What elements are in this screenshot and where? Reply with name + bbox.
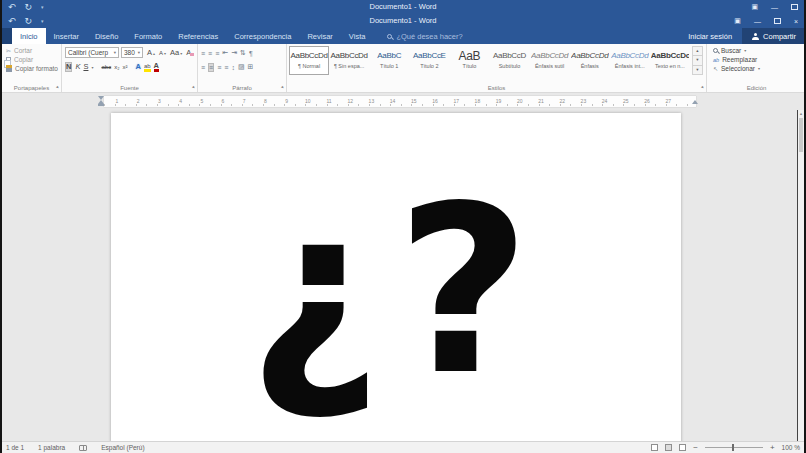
style-item[interactable]: AaBbCcDdÉnfasis [570, 46, 610, 75]
language-indicator[interactable]: Español (Perú) [101, 444, 144, 451]
indent-marker-right[interactable] [692, 100, 698, 104]
align-center-icon[interactable]: ≡ [208, 63, 214, 72]
gallery-down-icon[interactable]: ▾ [692, 56, 703, 65]
ruler-number: 6 [217, 96, 229, 107]
font-size-combo[interactable]: 380 ▾ [121, 47, 143, 58]
gallery-more-icon[interactable]: ▾ [692, 66, 703, 75]
replace-button[interactable]: ab Reemplazar [713, 56, 757, 63]
tab-inicio[interactable]: Inicio [12, 28, 46, 44]
underline-button[interactable]: S [83, 63, 88, 71]
bold-button[interactable]: N [65, 62, 72, 72]
style-name: Subtítulo [490, 63, 528, 69]
indent-marker-left[interactable] [98, 96, 104, 106]
web-layout-icon[interactable] [679, 444, 686, 451]
read-mode-icon[interactable] [651, 444, 658, 451]
line-spacing-icon[interactable]: ↕ [231, 64, 235, 71]
borders-icon[interactable]: ⊞ [248, 63, 254, 71]
style-item[interactable]: AaBbCcDd¶ Sin espa... [329, 46, 369, 75]
zoom-level[interactable]: 100 % [782, 444, 800, 451]
shading-icon[interactable]: ▨ [238, 63, 245, 71]
vertical-scrollbar[interactable]: ▲ [797, 110, 804, 441]
style-name: Texto en n... [651, 63, 689, 69]
copy-button[interactable]: Copiar [6, 56, 33, 63]
ruler-number: 11 [323, 96, 335, 107]
tab-formato[interactable]: Formato [126, 28, 170, 44]
chevron-down-icon[interactable]: ▾ [91, 65, 93, 70]
style-item[interactable]: AaBbCcDdÉnfasis sutil [530, 46, 570, 75]
style-item[interactable]: AaBbCcDdÉnfasis int... [610, 46, 650, 75]
tell-me-label: ¿Qué desea hacer? [396, 32, 462, 41]
zoom-in-button[interactable]: + [770, 444, 775, 452]
numbering-icon[interactable]: ≡ [208, 50, 212, 57]
minimize-icon[interactable]: — [754, 18, 761, 25]
style-item[interactable]: AaBbCTítulo 1 [369, 46, 409, 75]
tab-correspondencia[interactable]: Correspondencia [226, 28, 299, 44]
window-title: Documento1 - Word [0, 14, 806, 28]
font-color-button[interactable]: A [154, 62, 159, 73]
proofing-status[interactable] [79, 445, 87, 451]
scrollbar-thumb[interactable] [799, 118, 803, 152]
strikethrough-button[interactable]: abc [101, 64, 111, 70]
ruler-number: 18 [471, 96, 483, 107]
gallery-up-icon[interactable]: ▴ [692, 46, 703, 56]
justify-icon[interactable]: ≡ [224, 64, 228, 71]
restore-icon[interactable] [791, 4, 798, 10]
format-painter-button[interactable]: Copiar formato [6, 65, 58, 72]
print-layout-icon[interactable] [665, 444, 672, 451]
sign-in-button[interactable]: Iniciar sesión [678, 28, 742, 44]
style-item[interactable]: AaBTítulo [449, 46, 489, 75]
align-left-icon[interactable]: ≡ [201, 64, 205, 71]
restore-icon[interactable] [774, 18, 781, 24]
decrease-indent-icon[interactable]: ⇤ [222, 49, 228, 57]
tab-diseño[interactable]: Diseño [87, 28, 126, 44]
tab-revisar[interactable]: Revisar [299, 28, 340, 44]
page-count[interactable]: 1 de 1 [6, 444, 24, 451]
grow-font-button[interactable]: A▴ [147, 49, 155, 57]
style-item[interactable]: AaBbCcDd¶ Normal [289, 46, 329, 75]
style-item[interactable]: AaBbCcETítulo 2 [409, 46, 449, 75]
find-button[interactable]: Buscar ▾ [713, 47, 746, 54]
multilevel-list-icon[interactable]: ≡ [215, 50, 219, 57]
style-item[interactable]: AaBbCcDSubtítulo [489, 46, 529, 75]
show-paragraph-marks-icon[interactable]: ¶ [249, 50, 253, 57]
increase-indent-icon[interactable]: ⇥ [231, 49, 237, 57]
word-count[interactable]: 1 palabra [38, 444, 65, 451]
ribbon-tab-row: InicioInsertarDiseñoFormatoReferenciasCo… [0, 28, 806, 44]
style-item[interactable]: AaBbCcDcTexto en n... [650, 46, 690, 75]
clear-formatting-button[interactable]: A [186, 49, 191, 57]
italic-button[interactable]: K [75, 63, 80, 71]
superscript-button[interactable]: x² [123, 64, 128, 70]
document-page[interactable]: ¿? [111, 113, 681, 441]
tab-referencias[interactable]: Referencias [170, 28, 226, 44]
zoom-slider-thumb[interactable] [732, 444, 734, 451]
document-text[interactable]: ¿? [111, 175, 681, 407]
close-icon[interactable]: × [794, 18, 798, 25]
bullets-icon[interactable]: ≡ [201, 50, 205, 57]
horizontal-ruler[interactable]: 1234567891011121314151617181920212223242… [104, 96, 696, 107]
ruler-number: 17 [450, 96, 462, 107]
ribbon-display-options-icon[interactable]: ▣ [734, 17, 741, 25]
select-button[interactable]: ↖ Seleccionar ▾ [713, 65, 760, 72]
minimize-icon[interactable]: — [771, 4, 778, 11]
shrink-font-button[interactable]: A▾ [159, 50, 166, 56]
ruler-number: 26 [641, 96, 653, 107]
cut-button[interactable]: ✂ Cortar [6, 47, 32, 54]
text-effects-button[interactable]: A [136, 63, 141, 71]
change-case-button[interactable]: Aa▾ [170, 49, 182, 57]
font-name-combo[interactable]: Calibri (Cuerp ▾ [65, 47, 119, 58]
sort-icon[interactable]: ⇅ [240, 49, 246, 57]
ruler-number: 4 [175, 96, 187, 107]
highlight-color-button[interactable]: ab [144, 63, 151, 72]
group-editing: Buscar ▾ ab Reemplazar ↖ Seleccionar ▾ E… [707, 44, 806, 92]
tell-me-search[interactable]: ¿Qué desea hacer? [387, 28, 462, 44]
ribbon-display-options-icon[interactable]: ▣ [751, 3, 758, 11]
screen-edge-left [0, 0, 2, 453]
subscript-button[interactable]: x₂ [114, 64, 119, 70]
zoom-slider[interactable] [705, 447, 763, 448]
zoom-out-button[interactable]: − [693, 444, 698, 452]
scissors-icon: ✂ [6, 47, 11, 54]
tab-vista[interactable]: Vista [341, 28, 374, 44]
align-right-icon[interactable]: ≡ [217, 64, 221, 71]
share-button[interactable]: Compartir [742, 28, 806, 44]
tab-insertar[interactable]: Insertar [46, 28, 87, 44]
